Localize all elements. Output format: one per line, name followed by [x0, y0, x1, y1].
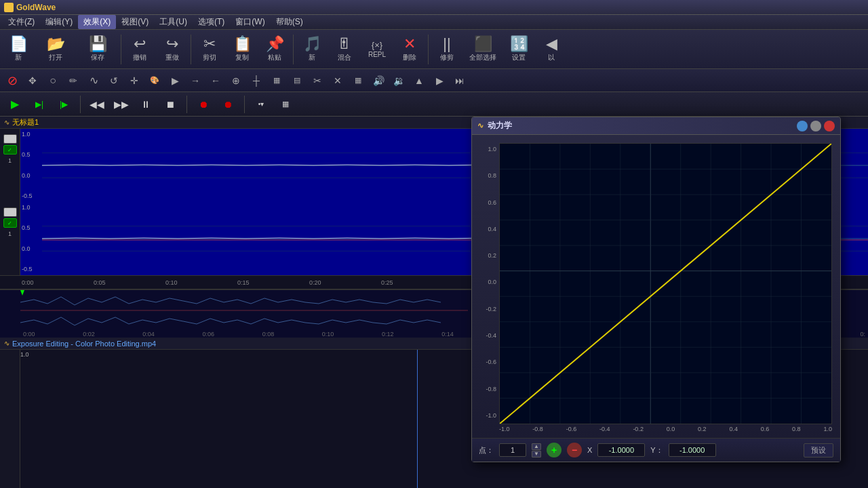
x-08: 0.8: [792, 426, 801, 432]
paste-button[interactable]: 📌 粘贴: [259, 32, 290, 67]
menu-effects[interactable]: 效果(X): [78, 15, 116, 29]
record-button[interactable]: ⏺: [193, 94, 214, 115]
pause-button[interactable]: ⏸: [135, 94, 157, 115]
view2-label: 以: [548, 53, 555, 62]
menu-options[interactable]: 选项(T): [193, 15, 230, 29]
vol-down-button[interactable]: 🔉: [389, 71, 408, 90]
copy-button[interactable]: 📋 复制: [226, 32, 258, 67]
eq-button[interactable]: ┼: [247, 71, 266, 90]
cut-button[interactable]: ✂ 剪切: [194, 32, 225, 67]
repl-button[interactable]: {×} REPL: [361, 32, 393, 67]
view-toggle-button[interactable]: ▦: [275, 94, 296, 115]
dialog-close-button[interactable]: [824, 121, 835, 131]
noise-button[interactable]: ✕: [328, 71, 347, 90]
x-coord-input[interactable]: [597, 443, 645, 457]
y-label-n05b: -0.5: [22, 266, 41, 272]
track1b-mute[interactable]: [3, 207, 17, 217]
speaker-button[interactable]: 🔊: [369, 71, 388, 90]
undo-button[interactable]: ↩ 撤销: [124, 32, 155, 67]
record2-button[interactable]: ⏺: [217, 94, 239, 115]
menu-file[interactable]: 文件(Z): [3, 15, 40, 29]
spectrum-button[interactable]: ▦: [267, 71, 286, 90]
x-06: 0.6: [761, 426, 770, 432]
spectrum2-button[interactable]: ▤: [288, 71, 307, 90]
forward-button[interactable]: ▶: [430, 71, 449, 90]
new2-button[interactable]: 🎵 新: [296, 32, 328, 67]
split-button[interactable]: ✂: [308, 71, 327, 90]
selall-button[interactable]: ⬛ 全部选择: [464, 32, 502, 67]
export-right-button[interactable]: ▶: [165, 71, 184, 90]
arrow-right-button[interactable]: →: [186, 71, 205, 90]
y-label-1b: 1.0: [22, 205, 41, 211]
menu-view[interactable]: 视图(V): [116, 15, 154, 29]
stop-rec-button[interactable]: ⊘: [3, 71, 22, 90]
y-n08: -0.8: [486, 386, 496, 392]
wave-button[interactable]: ∿: [84, 71, 103, 90]
point-spinner: ▲ ▼: [532, 443, 541, 458]
menu-tools[interactable]: 工具(U): [154, 15, 193, 29]
pan-button[interactable]: ✛: [125, 71, 144, 90]
fit-button[interactable]: ⊕: [226, 71, 245, 90]
app-name: GoldWave: [16, 3, 56, 12]
svg-marker-8: [20, 290, 24, 296]
dialog-minimize-button[interactable]: [797, 121, 808, 131]
stop-button[interactable]: ⏹: [159, 94, 181, 115]
undo-label: 撤销: [133, 53, 146, 62]
select-circle-button[interactable]: ○: [43, 71, 62, 90]
add-point-button[interactable]: +: [547, 443, 561, 458]
settings-button[interactable]: 🔢 设置: [503, 32, 534, 67]
dialog-maximize-button[interactable]: [810, 121, 821, 131]
end-button[interactable]: ⏭: [450, 71, 469, 90]
play-button[interactable]: ▶: [4, 94, 26, 115]
move-button[interactable]: ✥: [23, 71, 42, 90]
track1b-solo[interactable]: ✓: [3, 218, 17, 228]
mix-button[interactable]: 🎚 混合: [329, 32, 360, 67]
y-04: 0.4: [488, 226, 496, 232]
play-sel-button[interactable]: ▶|: [28, 94, 50, 115]
x-04: 0.4: [729, 426, 738, 432]
open-label: 打开: [49, 53, 62, 62]
track1-solo[interactable]: ✓: [3, 145, 17, 155]
fx-button[interactable]: 🎨: [145, 71, 164, 90]
menu-help[interactable]: 帮助(S): [271, 15, 309, 29]
play-end-button[interactable]: |▶: [53, 94, 75, 115]
point-up-button[interactable]: ▲: [532, 443, 541, 450]
menu-edit[interactable]: 编辑(Y): [40, 15, 78, 29]
options-button[interactable]: •▾: [250, 94, 272, 115]
undo2-button[interactable]: ↺: [104, 71, 123, 90]
toolbar1: 📄 新 📂 打开 💾 保存 ↩ 撤销 ↪ 重做 ✂ 剪切 📋 复制 📌 粘贴 🎵…: [0, 30, 868, 69]
menu-window[interactable]: 窗口(W): [230, 15, 270, 29]
track2-title: Exposure Editing - Color Photo Editing.m…: [12, 340, 156, 348]
x-10: 1.0: [823, 426, 832, 432]
arrow-left-button[interactable]: ←: [206, 71, 225, 90]
y-08: 0.8: [488, 172, 496, 179]
menu-bar: 文件(Z) 编辑(Y) 效果(X) 视图(V) 工具(U) 选项(T) 窗口(W…: [0, 15, 868, 30]
new2-label: 新: [309, 53, 315, 62]
ov-time-12: 0:12: [382, 331, 394, 338]
fast-forward-button[interactable]: ▶▶: [111, 94, 132, 115]
save-label: 保存: [91, 53, 104, 62]
dynamics-graph[interactable]: [499, 143, 832, 424]
x-label: X: [587, 446, 592, 454]
y-coord-input[interactable]: [669, 443, 716, 457]
repl-label: REPL: [368, 51, 386, 58]
wave-up-button[interactable]: ▲: [410, 71, 429, 90]
preset-button[interactable]: 预设: [804, 443, 833, 458]
new-button[interactable]: 📄 新: [3, 32, 34, 67]
delete-label: 删除: [403, 53, 416, 62]
save-button[interactable]: 💾 保存: [77, 32, 118, 67]
delete-button[interactable]: ✕ 删除: [394, 32, 425, 67]
view2-button[interactable]: ◀ 以: [536, 32, 567, 67]
redo-button[interactable]: ↪ 重做: [157, 32, 188, 67]
point-input[interactable]: [499, 443, 526, 457]
point-down-button[interactable]: ▼: [532, 451, 541, 458]
remove-point-button[interactable]: −: [567, 443, 582, 458]
track1-mute[interactable]: [3, 134, 17, 144]
y-label-0: 0.0: [22, 173, 41, 179]
pencil-button[interactable]: ✏: [64, 71, 83, 90]
rainbow-button[interactable]: ▦: [349, 71, 368, 90]
x-n04: -0.4: [599, 426, 610, 432]
rewind-button[interactable]: ◀◀: [86, 94, 108, 115]
open-button[interactable]: 📂 打开: [35, 32, 76, 67]
trim-button[interactable]: || 修剪: [431, 32, 462, 67]
